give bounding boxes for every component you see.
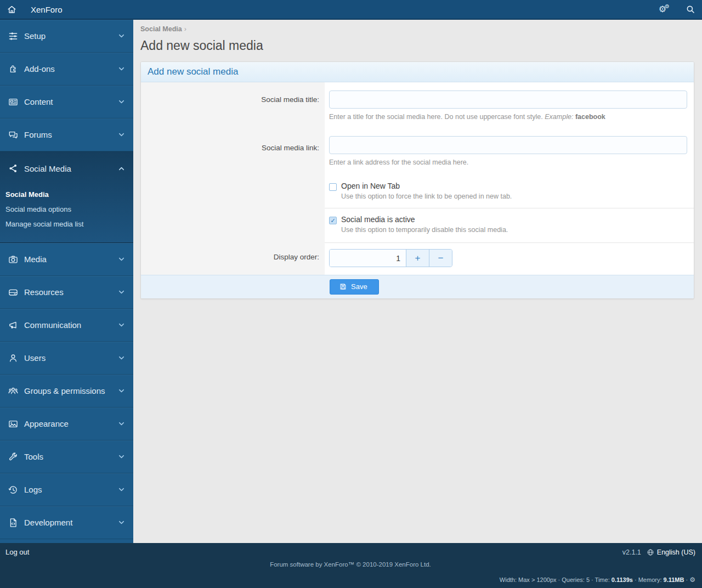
chevron-down-icon xyxy=(117,32,126,40)
sidebar-item-content[interactable]: Content xyxy=(0,86,133,118)
chevron-down-icon xyxy=(117,321,126,329)
hint-example-label: Example: xyxy=(545,113,573,121)
footer: Log out v2.1.1 English (US) Forum softwa… xyxy=(0,543,702,588)
sidebar: Setup Add-ons Content Forums xyxy=(0,20,133,543)
display-order-stepper: + − xyxy=(329,249,452,267)
save-button-label: Save xyxy=(351,282,367,291)
wrench-icon xyxy=(8,451,24,462)
sidebar-item-label: Forums xyxy=(24,130,117,139)
label-spacer xyxy=(141,208,325,242)
hint-text: Enter a title for the social media here.… xyxy=(329,113,543,121)
newspaper-icon xyxy=(8,97,24,108)
submenu-item-social-media[interactable]: Social Media xyxy=(5,187,128,202)
sidebar-item-add-ons[interactable]: Add-ons xyxy=(0,53,133,86)
chevron-down-icon xyxy=(117,518,126,527)
social-media-link-label: Social media link: xyxy=(141,131,325,176)
social-media-active-label[interactable]: Social media is active xyxy=(341,215,508,224)
sidebar-filler xyxy=(0,539,133,543)
sidebar-item-forums[interactable]: Forums xyxy=(0,118,133,151)
archive-icon xyxy=(8,287,24,298)
chevron-down-icon xyxy=(117,387,126,395)
top-bar: XenForo ⚙⚙ xyxy=(0,0,702,20)
debug-suffix: · xyxy=(684,576,689,583)
globe-icon xyxy=(647,549,654,556)
social-media-link-input[interactable] xyxy=(329,136,687,154)
language-selector[interactable]: English (US) xyxy=(647,549,695,556)
copyright-link[interactable]: Forum software by XenForo™ © 2010-2019 X… xyxy=(5,561,695,568)
chevron-down-icon xyxy=(117,453,126,461)
chevron-down-icon xyxy=(117,98,126,106)
file-code-icon xyxy=(8,517,24,528)
megaphone-icon xyxy=(8,320,24,331)
version-label: v2.1.1 xyxy=(622,549,641,556)
add-social-media-form: Add new social media Social media title:… xyxy=(140,61,694,299)
debug-time: 0.1139s xyxy=(612,576,633,583)
submenu-item-manage-social-media-list[interactable]: Manage social media list xyxy=(5,217,128,231)
sidebar-item-setup[interactable]: Setup xyxy=(0,20,133,53)
chevron-down-icon xyxy=(117,131,126,139)
save-floppy-icon xyxy=(339,282,347,291)
open-new-tab-checkbox[interactable] xyxy=(329,183,337,191)
sidebar-item-appearance[interactable]: Appearance xyxy=(0,408,133,440)
users-group-icon xyxy=(8,386,24,397)
hint-example-value: facebook xyxy=(575,113,605,121)
sidebar-item-tools[interactable]: Tools xyxy=(0,440,133,473)
sidebar-item-label: Media xyxy=(24,255,117,264)
debug-prefix: Width: Max > 1200px · Queries: 5 · Time: xyxy=(500,576,612,583)
form-header: Add new social media xyxy=(141,62,694,82)
breadcrumb: Social Media› xyxy=(140,25,694,33)
social-media-active-checkbox[interactable] xyxy=(329,217,337,224)
chevron-down-icon xyxy=(117,65,126,73)
sidebar-item-label: Add-ons xyxy=(24,64,117,74)
label-spacer xyxy=(141,176,325,208)
social-media-link-hint: Enter a link address for the social medi… xyxy=(329,159,687,166)
sidebar-item-communication[interactable]: Communication xyxy=(0,309,133,342)
sidebar-item-label: Users xyxy=(24,353,117,363)
social-media-active-row: Social media is active Use this option t… xyxy=(141,208,694,242)
sidebar-item-development[interactable]: Development xyxy=(0,506,133,539)
sidebar-item-resources[interactable]: Resources xyxy=(0,276,133,309)
user-icon xyxy=(8,353,24,364)
open-new-tab-label[interactable]: Open in New Tab xyxy=(341,182,512,190)
chevron-down-icon xyxy=(117,420,126,428)
form-footer: Save xyxy=(141,275,694,298)
debug-stats: Width: Max > 1200px · Queries: 5 · Time:… xyxy=(500,576,695,584)
debug-gear-icon[interactable]: ⚙ xyxy=(689,576,695,584)
search-icon[interactable] xyxy=(686,4,695,14)
sidebar-item-label: Content xyxy=(24,97,117,106)
sidebar-item-label: Resources xyxy=(24,287,117,297)
sidebar-item-users[interactable]: Users xyxy=(0,342,133,375)
decrement-button[interactable]: − xyxy=(429,250,452,267)
display-order-label: Display order: xyxy=(141,242,325,275)
sidebar-group-social-media: Social Media Social Media Social media o… xyxy=(0,151,133,243)
sidebar-item-groups-permissions[interactable]: Groups & permissions xyxy=(0,375,133,408)
sidebar-item-label: Appearance xyxy=(24,419,117,428)
submenu-item-social-media-options[interactable]: Social media options xyxy=(5,202,128,217)
social-media-title-label: Social media title: xyxy=(141,82,325,131)
sidebar-item-social-media[interactable]: Social Media xyxy=(0,152,133,185)
chevron-down-icon xyxy=(117,485,126,494)
sidebar-item-label: Tools xyxy=(24,452,117,461)
image-icon xyxy=(8,419,24,429)
display-order-input[interactable] xyxy=(330,250,406,267)
social-media-title-row: Social media title: Enter a title for th… xyxy=(141,82,694,131)
social-media-title-input[interactable] xyxy=(329,91,687,109)
save-button[interactable]: Save xyxy=(330,279,379,295)
home-icon[interactable] xyxy=(7,4,21,15)
sidebar-item-logs[interactable]: Logs xyxy=(0,473,133,506)
main-content: Social Media› Add new social media Add n… xyxy=(133,20,702,543)
display-order-row: Display order: + − xyxy=(141,242,694,275)
history-icon xyxy=(8,484,24,495)
chevron-down-icon xyxy=(117,288,126,296)
increment-button[interactable]: + xyxy=(406,250,429,267)
sidebar-item-label: Logs xyxy=(24,485,117,494)
brand-title[interactable]: XenForo xyxy=(31,5,63,14)
chat-bubbles-icon xyxy=(8,129,24,140)
open-new-tab-row: Open in New Tab Use this option to force… xyxy=(141,176,694,208)
sidebar-item-label: Communication xyxy=(24,320,117,330)
logout-link[interactable]: Log out xyxy=(5,548,29,556)
sidebar-item-media[interactable]: Media xyxy=(0,243,133,276)
breadcrumb-link[interactable]: Social Media xyxy=(140,25,182,33)
admin-tools-icon[interactable]: ⚙⚙ xyxy=(659,5,671,14)
open-new-tab-hint: Use this option to force the link to be … xyxy=(341,193,512,200)
